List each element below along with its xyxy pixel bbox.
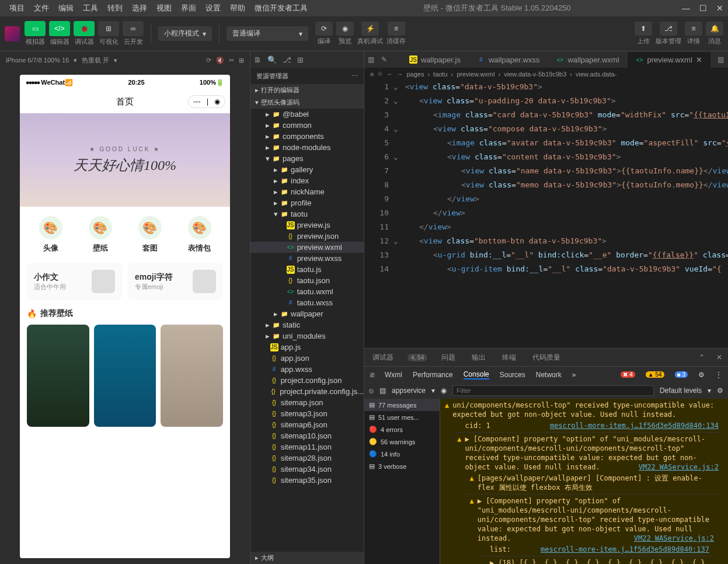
debugger-tab[interactable]: 调试器 (370, 350, 396, 365)
back-icon[interactable]: ← (386, 71, 393, 78)
split-right-icon[interactable]: ▥ (717, 55, 724, 64)
tree-item[interactable]: #preview.wxss (250, 253, 364, 264)
menu-item[interactable]: 设置 (201, 4, 225, 12)
more-icon[interactable]: ⋯ (351, 72, 358, 80)
more-tabs-icon[interactable]: » (572, 371, 576, 379)
minimize-icon[interactable]: — (682, 4, 690, 13)
tree-item[interactable]: ▸📁wallpaper (250, 308, 364, 319)
simulator-button[interactable]: ▭ (25, 21, 46, 36)
ext-icon[interactable]: ⊞ (297, 55, 304, 64)
filter-item[interactable]: 🔴4 errors (364, 423, 440, 436)
new-icon[interactable]: ✎ (381, 55, 387, 64)
filter-input[interactable] (452, 385, 654, 396)
tree-item[interactable]: <>taotu.wxml (250, 286, 364, 297)
cloud-button[interactable]: ∞ (123, 21, 144, 36)
tree-item[interactable]: {}sitemap34.json (250, 464, 364, 475)
category-item[interactable]: 🎨表情包 (175, 216, 224, 253)
tree-item[interactable]: {}project.config.json (250, 375, 364, 386)
tree-item[interactable]: ▸📁index (250, 175, 364, 186)
filter-item[interactable]: ▤3 verbose (364, 460, 440, 472)
forward-icon[interactable]: → (396, 71, 403, 78)
maximize-icon[interactable]: ☐ (699, 4, 707, 13)
tree-item[interactable]: JSpreview.js (250, 220, 364, 231)
tree-item[interactable]: {}sitemap10.json (250, 430, 364, 441)
compile-button[interactable]: ⟳ (315, 22, 333, 36)
bookmark-icon[interactable]: ☆ (377, 70, 383, 78)
breadcrumb-item[interactable]: view.ads.data- (576, 71, 616, 78)
details-button[interactable]: ≡ (685, 22, 702, 36)
tree-item[interactable]: <>preview.wxml (250, 242, 364, 253)
promo-card[interactable]: emoji字符专属emoji (128, 263, 223, 300)
levels-dropdown[interactable]: Default levels (660, 387, 702, 395)
log-entry[interactable]: ▲[pages/wallpaper/wallpaper] [Component]… (465, 472, 719, 495)
hot-reload[interactable]: 热重载 开 (82, 56, 109, 65)
tree-item[interactable]: {}app.json (250, 353, 364, 364)
search-icon[interactable]: 🔍 (267, 55, 277, 64)
close-icon[interactable]: ✕ (716, 353, 722, 361)
mute-icon[interactable]: 🔇 (216, 57, 224, 64)
editor-tab[interactable]: #wallpaper.wxss (469, 52, 548, 68)
wallpaper-thumb[interactable] (27, 325, 89, 427)
wallpaper-thumb[interactable] (161, 325, 223, 427)
tree-item[interactable]: {}preview.json (250, 231, 364, 242)
breadcrumb-item[interactable]: pages (406, 71, 424, 78)
tree-item[interactable]: ▸📁nickName (250, 186, 364, 197)
tree-item[interactable]: #taotu.wxss (250, 297, 364, 308)
log-entry[interactable]: ▲▶ [Component] property "option" of "uni… (465, 495, 719, 564)
editor-button[interactable]: </> (49, 21, 70, 36)
editor-tab[interactable]: <>wallpaper.wxml (548, 52, 627, 68)
filter-item[interactable]: ▤51 user mes... (364, 411, 440, 423)
layout-icon[interactable]: ⊞ (239, 57, 244, 64)
tree-item[interactable]: {}sitemap11.json (250, 441, 364, 452)
tree-item[interactable]: ▾📁taotu (250, 208, 364, 220)
menu-item[interactable]: 界面 (176, 4, 201, 12)
mode-dropdown[interactable]: 小程序模式▾ (158, 26, 212, 41)
tree-item[interactable]: ▸📁uni_modules (250, 330, 364, 342)
remote-debug-button[interactable]: ⚡ (361, 22, 379, 36)
tree-item[interactable]: {}project.private.config.js... (250, 386, 364, 397)
refresh-icon[interactable]: ⟳ (206, 57, 211, 64)
tree-item[interactable]: {}sitemap28.json (250, 452, 364, 464)
close-tab-icon[interactable]: ✕ (696, 55, 702, 64)
clear-icon[interactable]: ⦸ (369, 387, 374, 395)
gear-icon[interactable]: ⚙ (717, 387, 723, 395)
tree-item[interactable]: ▸📁gallery (250, 164, 364, 175)
compile-dropdown[interactable]: 普通编译▾ (227, 26, 308, 41)
tree-item[interactable]: ▾📁pages (250, 153, 364, 164)
menu-item[interactable]: 文件 (29, 4, 54, 12)
preview-button[interactable]: ◉ (336, 22, 354, 36)
eye-icon[interactable]: ◉ (441, 387, 447, 395)
gear-icon[interactable]: ⚙ (698, 371, 705, 379)
device-selector[interactable]: iPhone 6/7/8 100% 16 (6, 57, 69, 64)
log-entry[interactable]: ▶ (18) [{…}, {…}, {…}, {…}, {…}, {…}, {…… (478, 556, 714, 564)
filter-item[interactable]: ▤77 messages (364, 399, 440, 411)
menu-item[interactable]: 工具 (78, 4, 103, 12)
messages-button[interactable]: 🔔 (706, 22, 723, 36)
filter-item[interactable]: 🟡56 warnings (364, 436, 440, 448)
tree-item[interactable]: JSapp.js (250, 342, 364, 353)
tree-item[interactable]: ▸📁common (250, 120, 364, 131)
split-icon[interactable]: ▥ (368, 55, 374, 64)
tree-item[interactable]: JStaotu.js (250, 264, 364, 275)
category-item[interactable]: 🎨头像 (26, 216, 75, 253)
category-item[interactable]: 🎨壁纸 (75, 216, 125, 253)
log-entry[interactable]: ▲uni/components/mescroll-top" received t… (440, 399, 728, 564)
version-button[interactable]: ⎇ (660, 22, 677, 36)
close-icon[interactable]: ✕ (716, 4, 723, 13)
clear-cache-button[interactable]: ≡ (388, 22, 405, 36)
log-entry[interactable]: list:mescroll-more-item.j…1f56d3e5d89d84… (478, 543, 714, 556)
breadcrumb-item[interactable]: preview.wxml (457, 71, 494, 78)
tree-item[interactable]: {}sitemap3.json (250, 408, 364, 419)
menu-item[interactable]: 微信开发者工具 (250, 4, 312, 12)
debugger-button[interactable]: 🐞 (74, 21, 95, 36)
menu-item[interactable]: 编辑 (54, 4, 78, 12)
filter-icon[interactable]: ▤ (379, 387, 386, 395)
breadcrumb-item[interactable]: taotu (433, 71, 447, 78)
capsule-button[interactable]: ◦◦◦|◉ (188, 95, 225, 108)
menu-item[interactable]: 项目 (5, 4, 29, 12)
menu-item[interactable]: 转到 (103, 4, 127, 12)
menu-item[interactable]: 帮助 (225, 4, 250, 12)
tree-item[interactable]: ▸📁static (250, 319, 364, 330)
tree-item[interactable]: {}taotu.json (250, 275, 364, 286)
editor-tab[interactable]: <>preview.wxml✕ (628, 52, 710, 68)
